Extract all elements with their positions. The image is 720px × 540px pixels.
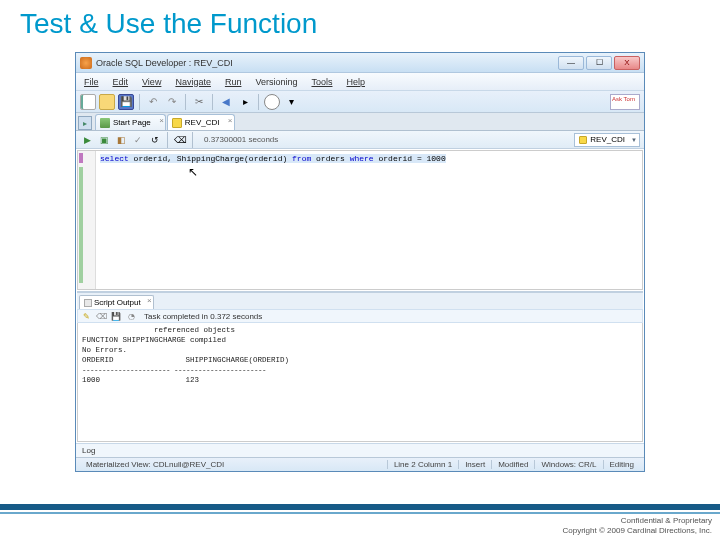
menu-help[interactable]: Help <box>342 77 369 87</box>
statusbar: Materialized View: CDLnull@REV_CDI Line … <box>76 457 644 471</box>
app-window: Oracle SQL Developer : REV_CDI — ☐ X Fil… <box>75 52 645 472</box>
menu-navigate[interactable]: Navigate <box>171 77 215 87</box>
forward-icon[interactable]: ▸ <box>237 94 253 110</box>
separator <box>192 132 193 148</box>
menu-run[interactable]: Run <box>221 77 246 87</box>
status-conn: Windows: CR/L <box>534 460 602 469</box>
ask-tom-box[interactable]: Ask Tom <box>610 94 640 110</box>
tab-start-page[interactable]: Start Page × <box>95 114 166 130</box>
status-editing: Editing <box>603 460 640 469</box>
panel-toggle-icon[interactable]: ▸ <box>78 116 92 130</box>
content-area: ▸ Start Page × REV_CDI × ▶ ▣ ◧ ✓ ↺ ⌫ 0.3… <box>76 113 644 457</box>
separator <box>185 94 186 110</box>
close-button[interactable]: X <box>614 56 640 70</box>
task-timer-icon[interactable]: ◔ <box>125 310 137 322</box>
script-output-icon <box>84 299 92 307</box>
slide-title: Test & Use the Function <box>0 0 720 52</box>
new-icon[interactable] <box>80 94 96 110</box>
menu-view[interactable]: View <box>138 77 165 87</box>
status-cursor: Line 2 Column 1 <box>387 460 458 469</box>
tab-worksheet[interactable]: REV_CDI × <box>167 114 235 130</box>
separator <box>212 94 213 110</box>
save-icon[interactable]: 💾 <box>118 94 134 110</box>
start-page-icon <box>100 118 110 128</box>
footer-line2: Copyright © 2009 Cardinal Directions, In… <box>562 526 712 536</box>
sql-editor[interactable]: select orderid, ShippingCharge(orderid) … <box>77 150 643 290</box>
window-title: Oracle SQL Developer : REV_CDI <box>96 58 558 68</box>
tab-label: Start Page <box>113 118 151 127</box>
back-icon[interactable]: ◀ <box>218 94 234 110</box>
output-text[interactable]: referenced objects FUNCTION SHIPPINGCHAR… <box>77 323 643 442</box>
status-mode: Insert <box>458 460 491 469</box>
menu-edit[interactable]: Edit <box>109 77 133 87</box>
run-script-icon[interactable]: ▣ <box>97 133 111 147</box>
connection-dropdown[interactable]: REV_CDI <box>574 133 640 147</box>
tab-label: REV_CDI <box>185 118 220 127</box>
tab-label: Script Output <box>94 298 141 307</box>
clear-icon[interactable]: ⌫ <box>173 133 187 147</box>
mouse-cursor-icon: ↖ <box>188 165 198 179</box>
save-output-icon[interactable]: 💾 <box>110 310 122 322</box>
connection-icon <box>579 136 587 144</box>
log-button[interactable]: Log <box>78 446 99 455</box>
commit-icon[interactable]: ✓ <box>131 133 145 147</box>
main-toolbar: 💾 ↶ ↷ ✂ ◀ ▸ ▾ Ask Tom <box>76 91 644 113</box>
tab-close-icon[interactable]: × <box>228 116 233 125</box>
pencil-icon[interactable]: ✎ <box>80 310 92 322</box>
explain-plan-icon[interactable]: ◧ <box>114 133 128 147</box>
log-bar: Log <box>76 443 644 457</box>
output-panel: Script Output × ✎ ⌫ 💾 ◔ Task completed i… <box>77 291 643 442</box>
run-statement-icon[interactable]: ▶ <box>80 133 94 147</box>
minimize-button[interactable]: — <box>558 56 584 70</box>
output-status-label: Task completed in 0.372 seconds <box>144 312 262 321</box>
menu-versioning[interactable]: Versioning <box>251 77 301 87</box>
status-left: Materialized View: CDLnull@REV_CDI <box>80 460 387 469</box>
dropdown-icon[interactable]: ▾ <box>283 94 299 110</box>
gutter-marker <box>78 151 84 289</box>
separator <box>258 94 259 110</box>
editor-content[interactable]: select orderid, ShippingCharge(orderid) … <box>100 154 446 163</box>
app-icon <box>80 57 92 69</box>
sql-toolbar: ▶ ▣ ◧ ✓ ↺ ⌫ 0.37300001 seconds REV_CDI <box>76 131 644 149</box>
tab-close-icon[interactable]: × <box>159 116 164 125</box>
tab-script-output[interactable]: Script Output × <box>79 295 154 309</box>
menubar: File Edit View Navigate Run Versioning T… <box>76 73 644 91</box>
rollback-icon[interactable]: ↺ <box>148 133 162 147</box>
output-tabs: Script Output × <box>77 293 643 309</box>
output-toolbar: ✎ ⌫ 💾 ◔ Task completed in 0.372 seconds <box>77 309 643 323</box>
tab-close-icon[interactable]: × <box>147 296 152 305</box>
redo-icon[interactable]: ↷ <box>164 94 180 110</box>
undo-icon[interactable]: ↶ <box>145 94 161 110</box>
elapsed-time-label: 0.37300001 seconds <box>204 135 278 144</box>
menu-tools[interactable]: Tools <box>307 77 336 87</box>
find-icon[interactable] <box>264 94 280 110</box>
status-modified: Modified <box>491 460 534 469</box>
footer-band <box>0 504 720 510</box>
window-controls: — ☐ X <box>558 56 640 70</box>
open-icon[interactable] <box>99 94 115 110</box>
sql-worksheet-icon <box>172 118 182 128</box>
editor-tabs-row: ▸ Start Page × REV_CDI × <box>76 113 644 131</box>
cut-icon[interactable]: ✂ <box>191 94 207 110</box>
menu-file[interactable]: File <box>80 77 103 87</box>
footer-line1: Confidential & Proprietary <box>562 516 712 526</box>
separator <box>139 94 140 110</box>
separator <box>167 132 168 148</box>
footer-band-thin <box>0 512 720 514</box>
editor-gutter <box>78 151 96 289</box>
erase-icon[interactable]: ⌫ <box>95 310 107 322</box>
maximize-button[interactable]: ☐ <box>586 56 612 70</box>
connection-label: REV_CDI <box>590 135 625 144</box>
footer-text: Confidential & Proprietary Copyright © 2… <box>562 516 712 536</box>
titlebar: Oracle SQL Developer : REV_CDI — ☐ X <box>76 53 644 73</box>
